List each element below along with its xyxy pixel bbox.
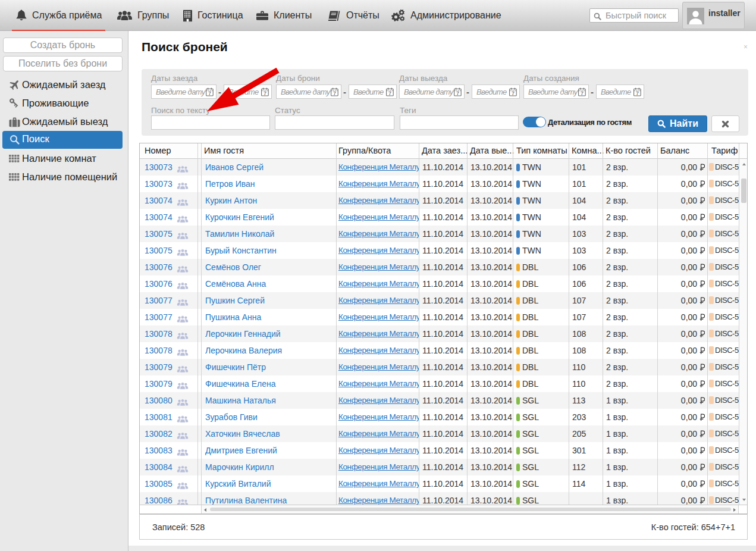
svg-text:7: 7	[388, 90, 391, 96]
svg-text:7: 7	[581, 90, 584, 96]
svg-text:7: 7	[636, 90, 639, 96]
svg-text:7: 7	[333, 90, 336, 96]
svg-text:7: 7	[512, 90, 515, 96]
svg-text:7: 7	[456, 90, 459, 96]
